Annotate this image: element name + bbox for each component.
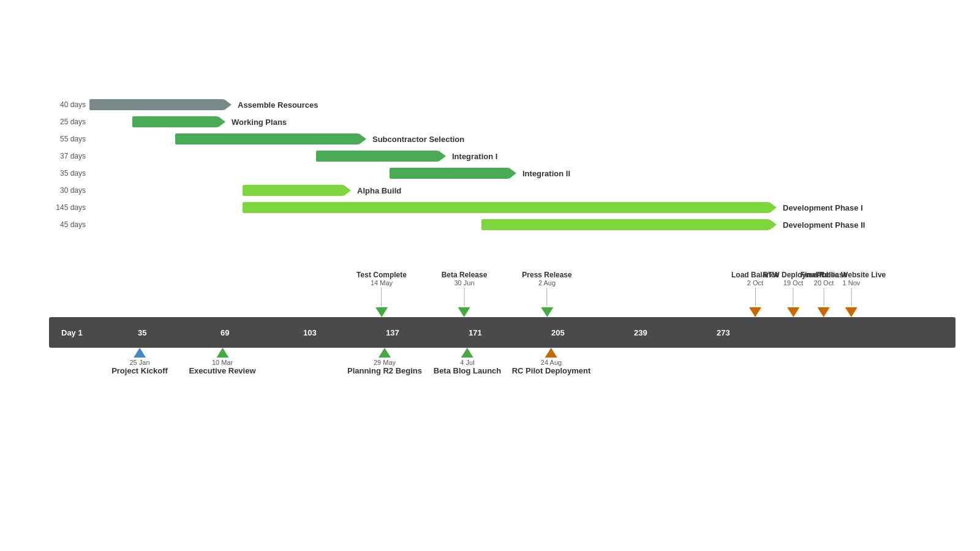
gantt-row-assemble-resources: 40 daysAssemble Resources (49, 98, 956, 111)
gantt-task-name: Alpha Build (357, 186, 401, 195)
above-annotation-test-complete: Test Complete14 May (356, 271, 407, 317)
timeline-bar: Day 13569103137171205239273 (49, 317, 956, 348)
gantt-bar (175, 133, 359, 144)
annotation-arrow (749, 307, 761, 317)
below-annotation-planning-r2-begins: 29 MayPlanning R2 Begins (347, 348, 422, 375)
timeline-day-marker: 205 (551, 328, 565, 337)
annotation-title: Test Complete (356, 271, 407, 279)
gantt-arrow (344, 185, 351, 196)
gantt-arrow (509, 168, 516, 179)
gantt-task-name: Subcontractor Selection (372, 135, 464, 144)
annotation-arrow (787, 307, 799, 317)
annotation-arrow-up (461, 348, 473, 358)
annotation-date: 29 May (374, 359, 396, 366)
gantt-task-name: Assemble Resources (238, 100, 318, 110)
above-annotation-beta-release: Beta Release30 Jun (442, 271, 488, 317)
gantt-row-dev-phase-i: 145 daysDevelopment Phase I (49, 201, 956, 214)
gantt-days-label: 45 days (49, 220, 86, 229)
gantt-arrow (439, 151, 446, 162)
below-annotation-rc-pilot-deployment: 24 AugRC Pilot Deployment (512, 348, 591, 375)
gantt-task-name: Development Phase I (783, 203, 863, 212)
gantt-days-label: 40 days (49, 100, 86, 109)
timeline-day-marker: 137 (386, 328, 399, 337)
annotation-line (464, 288, 465, 306)
annotation-line (793, 288, 794, 306)
timeline-day-marker: 35 (138, 328, 146, 337)
gantt-bar (243, 202, 769, 213)
gantt-arrow (769, 219, 777, 230)
annotation-arrow (458, 307, 470, 317)
timeline-day-marker: 239 (634, 328, 647, 337)
gantt-section: 40 daysAssemble Resources25 daysWorking … (49, 98, 956, 231)
annotation-date: 1 Nov (843, 279, 861, 287)
annotation-date: 30 Jun (454, 279, 474, 287)
gantt-row-alpha-build: 30 daysAlpha Build (49, 184, 956, 197)
annotation-date: 2 Oct (747, 279, 763, 287)
annotation-line (851, 288, 851, 306)
annotation-title: Beta Release (442, 271, 488, 279)
timeline-day-marker: 103 (303, 328, 317, 337)
annotation-line (547, 288, 548, 306)
annotation-arrow-up (134, 348, 146, 358)
annotation-date: 10 Mar (212, 359, 233, 366)
gantt-days-label: 145 days (49, 203, 86, 212)
annotation-line (381, 288, 382, 306)
gantt-bar (89, 99, 224, 110)
gantt-days-label: 30 days (49, 186, 86, 195)
gantt-row-working-plans: 25 daysWorking Plans (49, 115, 956, 129)
above-annotation-press-release: Press Release2 Aug (522, 271, 571, 317)
annotation-arrow-up (379, 348, 391, 358)
annotation-title: Beta Blog Launch (434, 366, 502, 375)
timeline-section: Test Complete14 MayBeta Release30 JunPre… (49, 250, 956, 397)
annotation-title: Project Kickoff (111, 366, 168, 375)
above-timeline: Test Complete14 MayBeta Release30 JunPre… (49, 250, 956, 317)
gantt-bar (481, 219, 769, 230)
gantt-task-name: Development Phase II (783, 220, 865, 230)
annotation-date: 24 Aug (541, 359, 562, 366)
annotation-title: RC Pilot Deployment (512, 366, 591, 375)
gantt-row-integration-i: 37 daysIntegration I (49, 149, 956, 163)
annotation-date: 4 Jul (460, 359, 474, 366)
gantt-task-name: Working Plans (232, 118, 287, 127)
timeline-day-marker: 69 (221, 328, 229, 337)
gantt-bar (316, 151, 439, 162)
gantt-days-label: 35 days (49, 169, 86, 178)
below-annotation-executive-review: 10 MarExecutive Review (189, 348, 255, 375)
timeline-day-marker: 171 (469, 328, 482, 337)
annotation-title: Executive Review (189, 366, 255, 375)
gantt-bar (243, 185, 344, 196)
annotation-title: Public Website Live (817, 271, 886, 279)
gantt-row-integration-ii: 35 daysIntegration II (49, 167, 956, 180)
gantt-bar (132, 116, 218, 127)
gantt-days-label: 25 days (49, 118, 86, 126)
gantt-row-dev-phase-ii: 45 daysDevelopment Phase II (49, 218, 956, 231)
gantt-days-label: 37 days (49, 152, 86, 160)
chart-container: 40 daysAssemble Resources25 daysWorking … (49, 98, 956, 397)
gantt-arrow (218, 116, 225, 127)
gantt-arrow (359, 133, 366, 144)
timeline-day-marker: 273 (717, 328, 730, 337)
annotation-arrow (541, 307, 553, 317)
gantt-arrow (769, 202, 777, 213)
annotation-arrow-up (545, 348, 557, 358)
gantt-arrow (224, 99, 232, 110)
gantt-task-name: Integration II (522, 169, 570, 178)
annotation-title: Planning R2 Begins (347, 366, 422, 375)
below-timeline: 25 JanProject Kickoff10 MarExecutive Rev… (49, 348, 956, 397)
below-annotation-project-kickoff: 25 JanProject Kickoff (111, 348, 168, 375)
timeline-day-marker: Day 1 (61, 328, 83, 337)
above-annotation-public-website-live: Public Website Live1 Nov (817, 271, 886, 317)
annotation-date: 2 Aug (538, 279, 556, 287)
gantt-row-subcontractor-selection: 55 daysSubcontractor Selection (49, 132, 956, 146)
gantt-bar (390, 168, 509, 179)
annotation-date: 25 Jan (129, 359, 149, 366)
annotation-date: 14 May (371, 279, 393, 287)
annotation-title: Press Release (522, 271, 571, 279)
annotation-arrow (845, 307, 858, 317)
annotation-arrow (375, 307, 388, 317)
gantt-task-name: Integration I (452, 152, 497, 161)
below-annotation-beta-blog-launch: 4 JulBeta Blog Launch (434, 348, 502, 375)
gantt-days-label: 55 days (49, 135, 86, 143)
annotation-line (755, 288, 756, 306)
annotation-arrow-up (216, 348, 228, 358)
